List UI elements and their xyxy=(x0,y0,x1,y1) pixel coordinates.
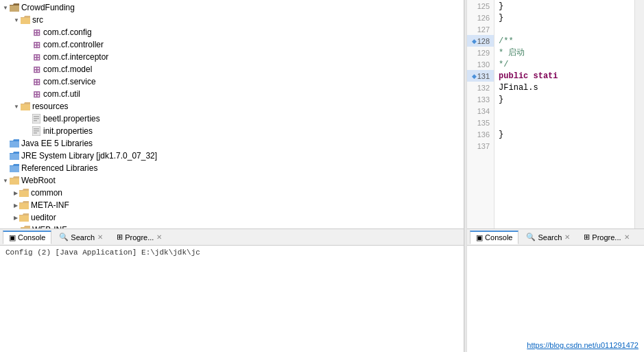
bottom-tabs: ▣Console🔍Search ✕⊞Progre... ✕ xyxy=(0,229,464,246)
line-number-text: 129 xyxy=(477,49,490,57)
line-num-136: 136 xyxy=(467,128,494,140)
line-num-130: 130 xyxy=(467,58,494,70)
tree-item-beetl-props[interactable]: beetl.properties xyxy=(0,113,464,125)
line-num-137: 137 xyxy=(467,140,494,152)
tree-label: init.properties xyxy=(43,126,93,136)
code-text: } xyxy=(499,13,503,23)
right-panel: 125126127◆128129130◆13113213313413513613… xyxy=(467,0,644,352)
tree-item-ueditor[interactable]: ▶ ueditor xyxy=(0,211,464,224)
line-number-text: 134 xyxy=(477,107,490,115)
tree-item-javaee[interactable]: Java EE 5 Libraries xyxy=(0,137,464,150)
tree-item-init-props[interactable]: init.properties xyxy=(0,125,464,137)
line-number-text: 135 xyxy=(477,119,490,127)
tree-item-jre[interactable]: JRE System Library [jdk1.7.0_07_32] xyxy=(0,150,464,162)
tree-label: common xyxy=(31,188,62,198)
code-content: } } /** * 启动 */public stati JFinal.s }} xyxy=(494,0,634,228)
tree-label: com.cf.config xyxy=(43,27,92,37)
line-number-text: 128 xyxy=(477,37,490,45)
code-line-130: */ xyxy=(499,58,634,70)
tree-label: Referenced Libraries xyxy=(21,163,97,173)
line-num-127: 127 xyxy=(467,23,494,35)
bottom-tab-search[interactable]: 🔍Search ✕ xyxy=(53,231,109,244)
tab-label: Search xyxy=(71,233,95,242)
code-line-128: /** xyxy=(499,35,634,47)
right-bottom-tabs: ▣Console🔍Search ✕⊞Progre... ✕ xyxy=(467,229,644,246)
comment-text: */ xyxy=(499,60,508,69)
code-line-131: public stati xyxy=(499,70,634,82)
tree-label: WebRoot xyxy=(21,176,56,185)
line-number-text: 127 xyxy=(477,25,490,34)
right-tab-label: Search xyxy=(538,233,562,242)
line-num-129: 129 xyxy=(467,47,494,58)
left-panel: ▼ CrowdFunding▼ src ⊞ com.cf.config ⊞ co… xyxy=(0,0,464,352)
line-number-text: 137 xyxy=(477,142,490,150)
tree-label: JRE System Library [jdk1.7.0_07_32] xyxy=(21,151,157,161)
svg-rect-6 xyxy=(34,130,39,132)
tree-item-src[interactable]: ▼ src xyxy=(0,14,464,26)
line-num-135: 135 xyxy=(467,117,494,128)
progress-icon-r: ⊞ xyxy=(584,233,590,242)
bottom-panel: ▣Console🔍Search ✕⊞Progre... ✕ Config (2)… xyxy=(0,228,464,352)
code-line-135 xyxy=(499,117,634,128)
tab-close[interactable]: ✕ xyxy=(156,233,162,241)
tree-item-webroot[interactable]: ▼ WebRoot xyxy=(0,174,464,187)
tree-item-web-inf[interactable]: ▼ WEB-INF xyxy=(0,224,464,228)
right-tab-search[interactable]: 🔍Search ✕ xyxy=(520,231,576,244)
tree-item-com-cf-controller[interactable]: ⊞ com.cf.controller xyxy=(0,38,464,51)
code-line-125: } xyxy=(499,0,634,12)
tree-item-common[interactable]: ▶ common xyxy=(0,187,464,199)
tree-label: Java EE 5 Libraries xyxy=(21,139,93,148)
tree-item-com-cf-config[interactable]: ⊞ com.cf.config xyxy=(0,26,464,38)
line-number-text: 126 xyxy=(477,14,490,22)
tree-item-com-cf-util[interactable]: ⊞ com.cf.util xyxy=(0,88,464,100)
watermark-link[interactable]: https://blog.csdn.net/u011291472 xyxy=(527,341,639,349)
right-bottom-content: https://blog.csdn.net/u011291472 xyxy=(467,246,644,352)
scrollbar[interactable] xyxy=(634,0,644,228)
tree-label: com.cf.model xyxy=(43,64,92,74)
svg-rect-1 xyxy=(34,116,39,117)
right-tab-close[interactable]: ✕ xyxy=(564,233,570,241)
file-tree: ▼ CrowdFunding▼ src ⊞ com.cf.config ⊞ co… xyxy=(0,0,464,228)
tree-item-meta-inf[interactable]: ▶ META-INF xyxy=(0,199,464,211)
tree-item-resources[interactable]: ▼ resources xyxy=(0,100,464,113)
tree-label: com.cf.util xyxy=(43,89,80,99)
keyword-text: public stati xyxy=(499,71,558,81)
code-text: } xyxy=(499,1,503,11)
console-icon-r: ▣ xyxy=(476,233,483,242)
code-line-129: * 启动 xyxy=(499,47,634,58)
code-text: } xyxy=(499,95,503,104)
right-tab-close[interactable]: ✕ xyxy=(624,233,630,241)
tree-item-com-cf-model[interactable]: ⊞ com.cf.model xyxy=(0,63,464,75)
search-icon: 🔍 xyxy=(59,233,69,242)
tree-label: com.cf.interceptor xyxy=(43,52,108,62)
tree-item-ref-lib[interactable]: Referenced Libraries xyxy=(0,162,464,174)
svg-rect-5 xyxy=(34,128,39,130)
line-number-text: 130 xyxy=(477,60,490,69)
right-tab-label: Console xyxy=(485,233,512,242)
line-numbers: 125126127◆128129130◆13113213313413513613… xyxy=(467,0,494,228)
tree-label: ueditor xyxy=(31,213,56,222)
right-tab-label: Progre... xyxy=(592,233,621,242)
svg-rect-2 xyxy=(34,118,39,119)
tree-label: META-INF xyxy=(31,200,69,210)
search-icon-r: 🔍 xyxy=(526,233,536,242)
tree-item-com-cf-interceptor[interactable]: ⊞ com.cf.interceptor xyxy=(0,51,464,63)
bottom-tab-console[interactable]: ▣Console xyxy=(3,231,51,244)
svg-rect-3 xyxy=(34,120,37,121)
code-line-136: } xyxy=(499,128,634,140)
tab-close[interactable]: ✕ xyxy=(97,233,103,241)
right-tab-console[interactable]: ▣Console xyxy=(470,231,518,244)
line-number-text: 125 xyxy=(477,2,490,10)
tree-item-com-cf-service[interactable]: ⊞ com.cf.service xyxy=(0,75,464,88)
tree-item-crowdfunding[interactable]: ▼ CrowdFunding xyxy=(0,1,464,14)
comment-text: /** xyxy=(499,36,514,46)
bottom-tab-progress[interactable]: ⊞Progre... ✕ xyxy=(110,231,168,244)
line-marker: ◆ xyxy=(472,38,477,45)
code-line-133: } xyxy=(499,93,634,105)
right-tab-progress[interactable]: ⊞Progre... ✕ xyxy=(577,231,635,244)
console-icon: ▣ xyxy=(9,233,16,242)
line-num-132: 132 xyxy=(467,82,494,93)
tab-label: Console xyxy=(18,233,45,242)
comment-text: * 启动 xyxy=(499,47,525,58)
right-bottom: ▣Console🔍Search ✕⊞Progre... ✕ https://bl… xyxy=(467,228,644,352)
